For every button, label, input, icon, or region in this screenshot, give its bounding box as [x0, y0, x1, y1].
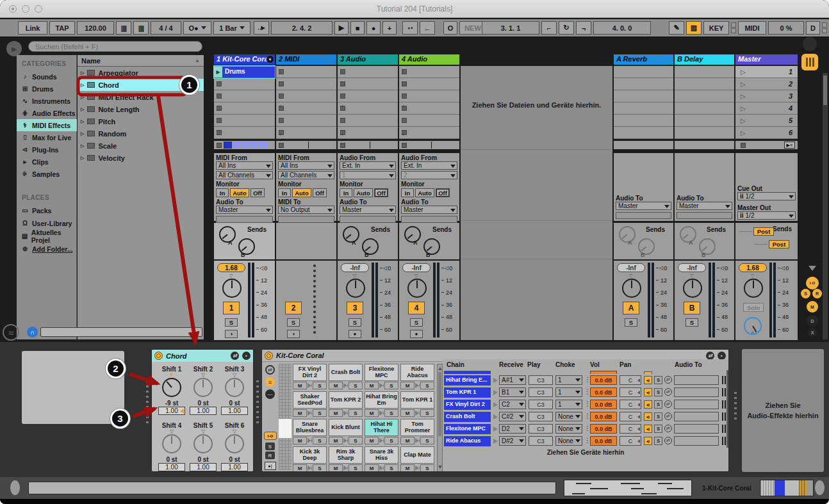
pan-knob[interactable]	[622, 279, 641, 298]
shift-1-velocity-field[interactable]: 1.00	[158, 407, 185, 415]
input-type-select[interactable]: Ext. In	[340, 161, 396, 170]
track-activator-button[interactable]: 2	[285, 302, 302, 314]
list-item-scale[interactable]: ▷Scale	[78, 140, 204, 152]
quantization-menu[interactable]: 1 Bar	[213, 21, 250, 35]
punch-out-icon[interactable]: ¬	[576, 21, 591, 35]
scene-launch-icon[interactable]: ▷	[741, 117, 746, 124]
stop-row-track-2[interactable]	[276, 141, 336, 149]
sidebar-item-drums[interactable]: ⊞Drums	[17, 83, 77, 95]
clip-drums[interactable]: ▶ Drums	[214, 66, 275, 78]
chain-pan-field[interactable]: C	[620, 412, 641, 421]
chain-play-icon[interactable]	[493, 414, 498, 419]
io-section-toggle[interactable]: I·O	[806, 277, 819, 289]
monitor-off-button[interactable]: Off	[436, 188, 450, 197]
master-out-select[interactable]: ii1/2	[737, 211, 796, 220]
pad-mute-button[interactable]: M	[365, 382, 379, 389]
return-header-a[interactable]: A Reverb	[614, 54, 673, 65]
pad-play-icon[interactable]	[343, 411, 348, 416]
show-help-toggle[interactable]	[815, 480, 825, 495]
pan-knob[interactable]	[744, 279, 763, 298]
track-header-2[interactable]: 2 MIDI	[276, 54, 336, 65]
returns-section-toggle[interactable]: R	[812, 289, 822, 298]
pad-play-icon[interactable]	[343, 438, 348, 443]
volume-value-field[interactable]: 1.68	[217, 263, 245, 272]
clip-slot[interactable]	[214, 102, 275, 115]
clip-slot[interactable]	[214, 115, 275, 127]
pad-play-icon[interactable]	[308, 438, 312, 443]
chain-volume-field[interactable]: 0.0 dB	[590, 387, 617, 397]
returns-badge[interactable]: R	[265, 451, 275, 459]
session-record-button[interactable]: O	[443, 21, 457, 35]
chain-play-icon[interactable]	[493, 427, 498, 432]
scene-launch-icon[interactable]: ▷	[741, 69, 746, 76]
pad-mute-button[interactable]: M	[329, 409, 343, 417]
chain-name[interactable]: Tom KPR 1	[444, 387, 491, 398]
scene-launch-icon[interactable]: ▷	[741, 93, 746, 100]
output-type-select[interactable]: Master	[677, 202, 732, 210]
pad-solo-button[interactable]: S	[349, 382, 363, 389]
input-channel-select[interactable]: 2	[401, 171, 457, 179]
stop-row-track-3[interactable]	[338, 141, 398, 149]
clip-slot[interactable]	[338, 90, 398, 102]
track-header-1[interactable]: 1 Kit-Core Cora▼	[214, 54, 275, 65]
hot-swap-icon[interactable]: ⇄	[664, 425, 672, 432]
pad-mute-button[interactable]: M	[329, 382, 343, 389]
clip-slot[interactable]	[338, 66, 398, 78]
chain-pan-field[interactable]: C	[620, 387, 641, 397]
input-type-select[interactable]: All Ins	[278, 161, 334, 170]
chain-solo-button[interactable]: S	[654, 437, 662, 445]
pad-solo-button[interactable]: S	[313, 437, 327, 444]
input-channel-select[interactable]: All Channels	[216, 171, 273, 179]
loop-length-field[interactable]: 4. 0. 0	[593, 21, 651, 35]
pad-mute-button[interactable]: M	[329, 437, 343, 444]
stop-row-track-1[interactable]	[214, 141, 275, 149]
pad-mute-button[interactable]: M	[293, 382, 307, 389]
input-channel-select[interactable]: All Channels	[278, 171, 334, 179]
drum-pad[interactable]: Hihat Bring EmMS	[365, 391, 398, 417]
pad-play-icon[interactable]	[415, 438, 420, 443]
pad-overview[interactable]	[279, 364, 291, 470]
pad-play-icon[interactable]	[308, 466, 312, 471]
clip-stop-button[interactable]	[279, 143, 284, 148]
send-a-knob[interactable]	[680, 226, 696, 243]
chain-audio-to-select[interactable]	[674, 387, 719, 397]
audio-effect-drop-zone[interactable]: Ziehen Sie Audio-Effekte hierhin	[742, 349, 824, 472]
drum-pad[interactable]: FX Vinyl Dirt 2MS	[293, 364, 327, 389]
speaker-icon[interactable]: ◂)	[644, 400, 652, 409]
monitor-auto-button[interactable]: Auto	[415, 188, 434, 197]
pad-solo-button[interactable]: S	[420, 437, 434, 444]
chain-audio-to-select[interactable]	[674, 412, 719, 421]
pad-play-icon[interactable]	[379, 438, 384, 443]
arm-button[interactable]: ◑	[287, 330, 300, 338]
solo-button[interactable]: Solo	[743, 303, 764, 312]
chain-list-toggle-icon[interactable]: ≡	[265, 377, 275, 387]
play-note-field[interactable]: C3	[529, 412, 553, 421]
pad-solo-button[interactable]: S	[384, 437, 398, 444]
sidebar-item-packs[interactable]: ▭Packs	[17, 204, 77, 216]
pad-solo-button[interactable]: S	[420, 464, 434, 472]
drag-handle-icon[interactable]: ⋮	[584, 400, 590, 407]
follow-button[interactable]: ‥▶	[254, 21, 269, 35]
save-preset-icon[interactable]: ▪	[718, 352, 726, 360]
track-drop-zone[interactable]: Ziehen Sie Dateien und Geräte hierhin.	[461, 66, 612, 340]
clip-slot[interactable]	[399, 102, 459, 115]
pad-solo-button[interactable]: S	[384, 382, 398, 389]
chain-play-icon[interactable]	[493, 390, 498, 395]
monitor-in-button[interactable]: In	[401, 188, 414, 197]
sidebar-item-instruments[interactable]: ∿Instruments	[17, 95, 77, 107]
solo-button[interactable]: S	[625, 318, 637, 327]
clip-slot[interactable]	[214, 78, 275, 90]
time-signature-field[interactable]: 4 / 4	[151, 21, 181, 35]
master-header[interactable]: Master	[735, 54, 798, 65]
solo-button[interactable]: S	[225, 318, 238, 327]
delay-section-toggle[interactable]: D	[807, 315, 818, 327]
drum-pad[interactable]: Snare 3k HissMS	[365, 446, 398, 472]
scene-6[interactable]: ▷6	[735, 127, 798, 139]
chain-row[interactable]: Tom KPR 1 B1 C3 1 ⋮ 0.0 dB C ◂) S ⇄	[443, 387, 728, 398]
stop-row-track-4[interactable]	[399, 141, 459, 149]
hot-swap-icon[interactable]: ⇄	[664, 388, 672, 396]
overdub-d-button[interactable]: D	[806, 21, 820, 35]
choke-select[interactable]: None	[555, 436, 582, 446]
scrollbar-thumb[interactable]	[438, 372, 441, 436]
receive-select[interactable]: A#1	[499, 375, 526, 385]
